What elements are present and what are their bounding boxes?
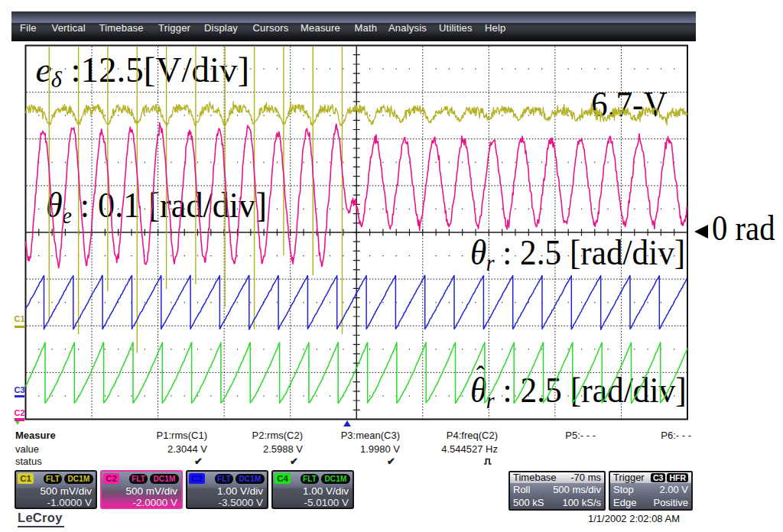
trigger-level: 2.00 V bbox=[659, 484, 688, 495]
menu-item-file[interactable]: File bbox=[20, 23, 37, 33]
zero-level-label-c1: C1 bbox=[15, 315, 25, 323]
measure-p3-value: 1.9980 V bbox=[308, 444, 400, 454]
channel-chip-c3: C3 bbox=[189, 473, 205, 484]
label-symbol: θ bbox=[470, 232, 486, 272]
trigger-source-badge: C3 bbox=[651, 473, 665, 482]
annotation-ch1-scale: eδ :12.5[V/div] bbox=[36, 52, 250, 88]
label-symbol: ˆθ bbox=[470, 372, 486, 408]
measure-p2-value: 2.5988 V bbox=[211, 444, 303, 454]
menu-item-measure[interactable]: Measure bbox=[301, 23, 340, 33]
channel-box-c3[interactable]: C3FLTDC1M1.00 V/div-3.5000 V bbox=[186, 470, 268, 509]
label-scale-text: : 2.5 [rad/div] bbox=[494, 232, 685, 272]
measure-p3-status: ✔ bbox=[308, 456, 400, 466]
trigger-slope: Positive bbox=[653, 497, 688, 508]
menu-item-timebase[interactable]: Timebase bbox=[99, 23, 144, 33]
measure-p5-header[interactable]: P5:- - - bbox=[504, 430, 596, 440]
measure-p4-value: 4.544527 Hz bbox=[406, 444, 498, 454]
zero-level-label-c3: C3 bbox=[15, 386, 25, 394]
measure-p6-header[interactable]: P6:- - - bbox=[599, 430, 691, 440]
status-check-icon: ✔ bbox=[194, 456, 207, 467]
zero-rad-label: 0 rad bbox=[712, 211, 775, 246]
label-subscript: r bbox=[486, 250, 495, 276]
channel-scale: 500 mV/div bbox=[40, 486, 92, 497]
annotation-ch4-scale: ˆθr : 2.5 [rad/div] bbox=[470, 372, 687, 408]
trigger-coupling-badge: HFR bbox=[667, 473, 688, 482]
label-symbol: e bbox=[36, 50, 52, 89]
trigger-type: Edge bbox=[613, 497, 636, 508]
timebase-rate: 100 kS/s bbox=[562, 497, 601, 508]
zero-level-marker-c3[interactable] bbox=[15, 395, 24, 398]
badge-dc1m: DC1M bbox=[236, 474, 265, 484]
status-check-icon: ✔ bbox=[387, 456, 400, 467]
measure-p1-value: 2.3044 V bbox=[115, 444, 207, 454]
channel-box-c1[interactable]: C1FLTDC1M500 mV/div-1.0000 V bbox=[15, 470, 97, 509]
measure-p3-header[interactable]: P3:mean(C3) bbox=[308, 430, 400, 440]
menu-item-trigger[interactable]: Trigger bbox=[158, 23, 190, 33]
channel-chip-c2: C2 bbox=[103, 473, 119, 484]
status-row-label: status bbox=[15, 456, 42, 466]
datetime-label: 1/1/2002 2:02:08 AM bbox=[588, 513, 680, 524]
zero-level-marker-c1[interactable] bbox=[15, 326, 24, 329]
channel-chip-c4: C4 bbox=[275, 473, 291, 484]
timebase-box[interactable]: Timebase -70 ms Roll 500 ms/div 500 kS 1… bbox=[508, 471, 606, 511]
measure-p1-header[interactable]: P1:rms(C1) bbox=[115, 430, 207, 440]
value-row-label: value bbox=[15, 444, 39, 454]
badge-flt: FLT bbox=[44, 474, 62, 484]
status-check-icon: ✔ bbox=[290, 456, 303, 467]
trigger-title: Trigger bbox=[613, 472, 645, 483]
channel-offset: -5.0100 V bbox=[304, 498, 349, 508]
label-scale-text: : 2.5 [rad/div] bbox=[494, 370, 686, 410]
measure-p4-header[interactable]: P4:freq(C2) bbox=[406, 430, 498, 440]
zero-level-label-c2: C2 bbox=[15, 409, 25, 417]
label-subscript: r bbox=[486, 388, 494, 414]
measure-p4-status bbox=[406, 456, 498, 467]
trigger-mode: Stop bbox=[613, 484, 634, 495]
annotation-ch2-scale: θe : 0.1 [rad/div] bbox=[46, 187, 267, 223]
channel-scale: 1.00 V/div bbox=[217, 486, 263, 497]
timebase-mode: Roll bbox=[513, 484, 530, 495]
channel-offset: -1.0000 V bbox=[47, 498, 92, 508]
channel-box-c2[interactable]: C2FLTDC1M500 mV/div-2.0000 V bbox=[100, 470, 183, 509]
measure-p2-status: ✔ bbox=[211, 456, 303, 466]
badge-dc1m: DC1M bbox=[321, 474, 350, 484]
timebase-samples: 500 kS bbox=[513, 497, 544, 508]
menu-item-display[interactable]: Display bbox=[204, 23, 238, 33]
left-arrow-icon bbox=[694, 225, 708, 238]
label-symbol: θ bbox=[46, 185, 63, 225]
timebase-delay: -70 ms bbox=[570, 472, 601, 483]
badge-flt: FLT bbox=[301, 474, 319, 484]
channel-scale: 1.00 V/div bbox=[303, 486, 349, 497]
menu-item-analysis[interactable]: Analysis bbox=[388, 23, 427, 33]
badge-dc1m: DC1M bbox=[150, 474, 179, 484]
menu-item-math[interactable]: Math bbox=[355, 23, 378, 33]
channel-box-c4[interactable]: C4FLTDC1M1.00 V/div-5.0100 V bbox=[271, 470, 354, 509]
lecroy-logo: LeCroy bbox=[18, 511, 64, 527]
trigger-box[interactable]: Trigger C3 HFR Stop 2.00 V Edge Positive bbox=[609, 471, 693, 511]
trace-c1 bbox=[26, 102, 687, 126]
annotation-level: 6.7-V bbox=[591, 86, 668, 122]
measure-p2-header[interactable]: P2:rms(C2) bbox=[211, 430, 303, 440]
timebase-scale: 500 ms/div bbox=[553, 484, 601, 495]
menu-item-utilities[interactable]: Utilities bbox=[439, 23, 473, 33]
trace-c3 bbox=[26, 275, 687, 329]
menu-bar: FileVerticalTimebaseTriggerDisplayCursor… bbox=[11, 11, 696, 41]
badge-flt: FLT bbox=[215, 474, 233, 484]
timebase-title: Timebase bbox=[513, 472, 557, 483]
label-scale-text: : 0.1 [rad/div] bbox=[71, 185, 266, 225]
channel-offset: -2.0000 V bbox=[132, 498, 177, 508]
label-scale-text: :12.5[V/div] bbox=[62, 50, 249, 89]
menu-item-help[interactable]: Help bbox=[485, 23, 506, 33]
badge-flt: FLT bbox=[129, 474, 148, 484]
label-subscript: e bbox=[62, 203, 72, 229]
hat-accent: ˆ bbox=[476, 362, 485, 391]
annotation-ch3-scale: θr : 2.5 [rad/div] bbox=[470, 235, 685, 271]
menu-item-vertical[interactable]: Vertical bbox=[52, 23, 86, 33]
zero-level-marker-c2[interactable] bbox=[15, 418, 24, 421]
measure-row-label: Measure bbox=[15, 430, 56, 440]
menu-item-cursors[interactable]: Cursors bbox=[253, 23, 289, 33]
channel-chip-c1: C1 bbox=[18, 473, 34, 484]
trigger-time-marker[interactable] bbox=[343, 420, 351, 427]
label-subscript: δ bbox=[51, 66, 62, 92]
channel-scale: 500 mV/div bbox=[125, 486, 177, 497]
badge-dc1m: DC1M bbox=[64, 474, 93, 484]
